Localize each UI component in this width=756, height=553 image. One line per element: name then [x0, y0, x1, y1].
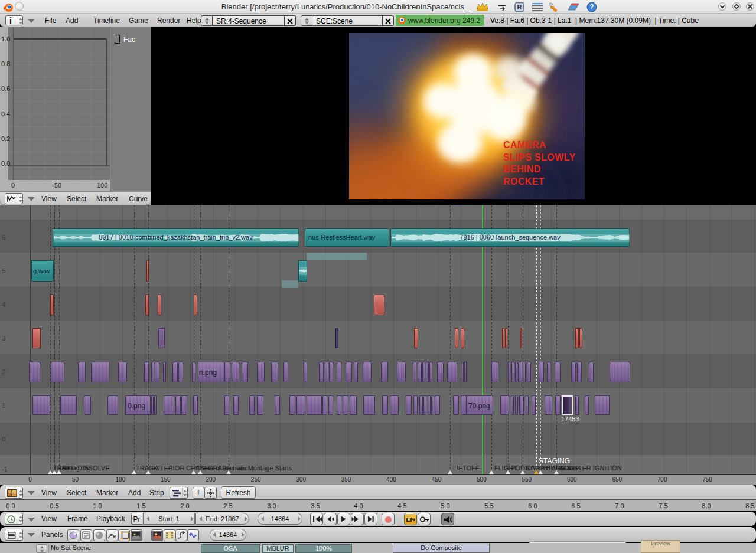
svg-text:R: R: [517, 4, 522, 11]
svg-text:?: ?: [589, 3, 594, 11]
